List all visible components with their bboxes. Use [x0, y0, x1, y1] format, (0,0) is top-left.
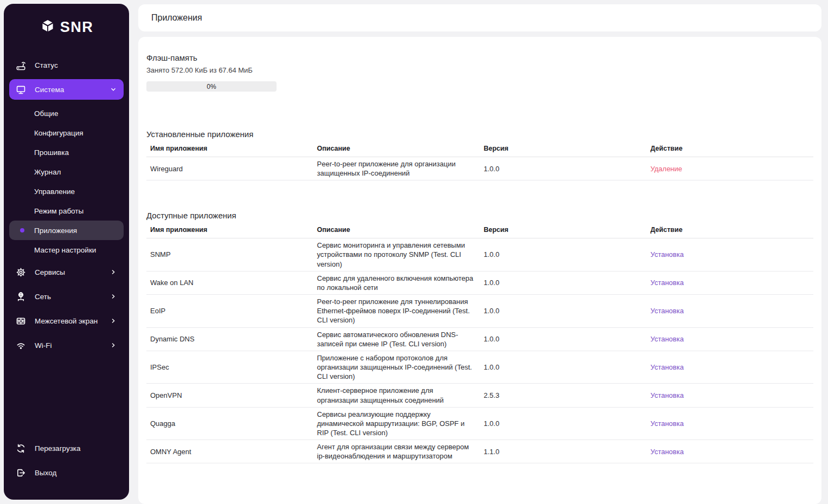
- page-title: Приложения: [151, 13, 202, 23]
- app-description: Сервис для удаленного включения компьюте…: [313, 271, 480, 294]
- subitem-label: Прошивка: [34, 148, 69, 157]
- flash-memory-title: Флэш-память: [146, 53, 813, 62]
- flash-memory-section: Флэш-память Занято 572.00 КиБ из 67.64 М…: [146, 53, 813, 92]
- app-description: Peer-to-peer приложение для туннелирован…: [313, 295, 480, 327]
- available-apps-table: Имя приложения Описание Версия Действие …: [146, 223, 813, 463]
- app-name: SNMP: [146, 238, 313, 271]
- network-globe-icon: [16, 292, 26, 302]
- install-app-link[interactable]: Установка: [651, 419, 684, 428]
- main-content: Приложения Флэш-память Занято 572.00 КиБ…: [138, 4, 821, 504]
- table-row: EoIP Peer-to-peer приложение для туннели…: [146, 295, 813, 327]
- content-card: Флэш-память Занято 572.00 КиБ из 67.64 М…: [138, 37, 821, 504]
- column-header-action: Действие: [647, 141, 814, 157]
- chevron-right-icon: [110, 293, 117, 300]
- column-header-version: Версия: [480, 223, 647, 238]
- sidebar-item-services[interactable]: Сервисы: [9, 262, 124, 282]
- app-description: Клиент-серверное приложение для организа…: [313, 384, 480, 407]
- sidebar-item-system[interactable]: Система: [9, 79, 124, 100]
- install-app-link[interactable]: Установка: [651, 279, 684, 287]
- installed-apps-section: Установленные приложения Имя приложения …: [146, 130, 813, 180]
- app-name: Quagga: [146, 407, 313, 440]
- app-version: 1.1.0: [480, 440, 647, 463]
- app-description: Приложение с набором протоколов для орга…: [313, 351, 480, 383]
- table-row: Wake on LAN Сервис для удаленного включе…: [146, 271, 813, 294]
- table-row: Quagga Сервисы реализующие поддержку дин…: [146, 407, 813, 440]
- delete-app-link[interactable]: Удаление: [651, 165, 683, 173]
- app-description: Сервис мониторинга и управления сетевыми…: [313, 238, 480, 271]
- sidebar-subitem-journal[interactable]: Журнал: [9, 162, 124, 182]
- table-row: IPSec Приложение с набором протоколов дл…: [146, 351, 813, 383]
- logo: SNR: [9, 15, 124, 40]
- app-name: EoIP: [146, 295, 313, 327]
- sidebar-subitem-configuration[interactable]: Конфигурация: [9, 123, 124, 143]
- app-description: Peer-to-peer приложение для организации …: [313, 157, 480, 180]
- app-version: 2.5.3: [480, 384, 647, 407]
- subitem-label: Приложения: [34, 227, 77, 235]
- flash-usage-text: Занято 572.00 КиБ из 67.64 МиБ: [146, 66, 813, 74]
- install-app-link[interactable]: Установка: [651, 363, 684, 371]
- sidebar-nav: Статус Система Общие Конфигурация Прошив…: [9, 55, 124, 359]
- sidebar-item-wifi[interactable]: Wi-Fi: [9, 335, 124, 356]
- refresh-icon: [16, 443, 26, 454]
- subitem-label: Мастер настройки: [34, 246, 96, 254]
- column-header-action: Действие: [647, 223, 814, 238]
- app-version: 1.0.0: [480, 351, 647, 383]
- column-header-version: Версия: [480, 141, 647, 157]
- sidebar-item-label: Статус: [35, 61, 117, 69]
- app-name: Wireguard: [146, 157, 313, 180]
- monitor-icon: [16, 85, 26, 95]
- router-icon: [16, 60, 26, 70]
- table-row: Dynamic DNS Сервис автоматического обнов…: [146, 327, 813, 351]
- active-dot: [20, 228, 24, 232]
- install-app-link[interactable]: Установка: [651, 391, 684, 399]
- app-name: IPSec: [146, 351, 313, 383]
- sidebar-item-label: Перезагрузка: [35, 444, 117, 453]
- sidebar-item-firewall[interactable]: Межсетевой экран: [9, 311, 124, 331]
- table-row: OMNY Agent Агент для организации связи м…: [146, 440, 813, 463]
- flash-progress-bar: 0%: [146, 81, 277, 92]
- sidebar-subitem-applications[interactable]: Приложения: [9, 221, 124, 240]
- chevron-right-icon: [110, 268, 117, 276]
- sidebar-item-status[interactable]: Статус: [9, 55, 124, 75]
- app-version: 1.0.0: [480, 157, 647, 180]
- sidebar-subitem-management[interactable]: Управление: [9, 182, 124, 201]
- sidebar-subitem-firmware[interactable]: Прошивка: [9, 143, 124, 162]
- app-description: Сервисы реализующие поддержку динамическ…: [313, 407, 480, 440]
- subitem-label: Конфигурация: [34, 129, 84, 137]
- sidebar-item-label: Система: [35, 86, 101, 94]
- chevron-right-icon: [110, 341, 117, 349]
- app-version: 1.0.0: [480, 295, 647, 327]
- installed-apps-title: Установленные приложения: [146, 130, 813, 139]
- install-app-link[interactable]: Установка: [651, 335, 684, 343]
- gear-icon: [16, 267, 26, 277]
- sidebar: SNR Статус Система: [4, 4, 129, 500]
- wifi-icon: [16, 340, 26, 351]
- sidebar-item-network[interactable]: Сеть: [9, 286, 124, 307]
- sidebar-subitem-mode[interactable]: Режим работы: [9, 201, 124, 221]
- sidebar-item-label: Wi-Fi: [35, 341, 101, 350]
- reboot-button[interactable]: Перезагрузка: [9, 438, 124, 458]
- app-description: Агент для организации связи между сервер…: [313, 440, 480, 463]
- install-app-link[interactable]: Установка: [651, 250, 684, 259]
- app-description: Сервис автоматического обновления DNS-за…: [313, 327, 480, 351]
- snr-logo-icon: [40, 19, 56, 35]
- app-name: Dynamic DNS: [146, 327, 313, 351]
- install-app-link[interactable]: Установка: [651, 448, 684, 456]
- system-submenu: Общие Конфигурация Прошивка Журнал Управ…: [9, 104, 124, 260]
- install-app-link[interactable]: Установка: [651, 307, 684, 315]
- subitem-label: Общие: [34, 109, 58, 118]
- sidebar-subitem-wizard[interactable]: Мастер настройки: [9, 240, 124, 260]
- available-apps-section: Доступные приложения Имя приложения Опис…: [146, 211, 813, 463]
- logout-button[interactable]: Выход: [9, 462, 124, 483]
- page-header: Приложения: [138, 4, 821, 31]
- sidebar-item-label: Сеть: [35, 293, 101, 301]
- app-name: OpenVPN: [146, 384, 313, 407]
- sidebar-subitem-general[interactable]: Общие: [9, 104, 124, 123]
- app-version: 1.0.0: [480, 327, 647, 351]
- logout-icon: [16, 468, 26, 478]
- table-row: Wireguard Peer-to-peer приложение для ор…: [146, 157, 813, 180]
- subitem-label: Управление: [34, 188, 75, 196]
- column-header-description: Описание: [313, 223, 480, 238]
- sidebar-footer: Перезагрузка Выход: [9, 438, 124, 491]
- sidebar-item-label: Межсетевой экран: [35, 317, 101, 325]
